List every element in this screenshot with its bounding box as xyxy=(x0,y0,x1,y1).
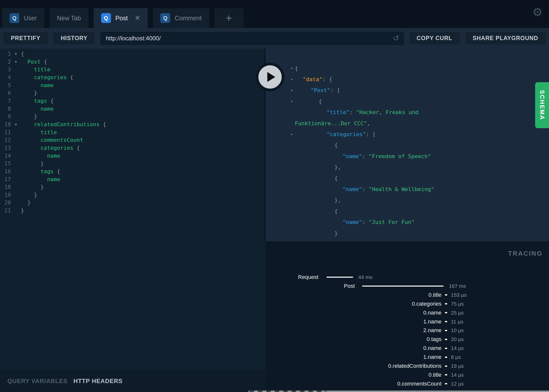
code-line: 3 title xyxy=(0,66,266,74)
response-row: ▾"Post": [ xyxy=(266,85,549,96)
trace-row: Request44 ms xyxy=(266,273,549,282)
line-number: 4 xyxy=(0,74,11,81)
fold-gutter xyxy=(11,113,21,121)
trace-row: 0.tags20 µs xyxy=(266,335,549,344)
endpoint-url-input[interactable] xyxy=(100,32,404,45)
close-tab-icon[interactable]: ✕ xyxy=(135,15,140,22)
trace-span-duration: 167 ms xyxy=(449,282,466,291)
trace-span-bar xyxy=(445,303,447,304)
scrollbar-smudge xyxy=(249,391,326,392)
response-row: } xyxy=(266,228,549,239)
code-text: } xyxy=(21,199,31,207)
code-text: } xyxy=(21,113,37,121)
line-number: 1 xyxy=(0,50,11,58)
line-number: 5 xyxy=(0,81,11,89)
code-line: 20 } xyxy=(0,199,266,207)
tracing-title[interactable]: TRACING xyxy=(508,250,543,257)
line-number: 19 xyxy=(0,191,11,199)
trace-span-duration: 8 µs xyxy=(451,353,461,362)
line-number: 17 xyxy=(0,175,11,183)
code-text: commentsCount xyxy=(21,136,83,144)
response-row: ] xyxy=(266,239,549,241)
response-text: "data": { xyxy=(295,76,332,82)
execute-query-button[interactable] xyxy=(256,63,284,91)
line-number: 20 xyxy=(0,199,11,207)
response-row: ▾"data": { xyxy=(266,74,549,85)
fold-gutter xyxy=(11,128,21,136)
query-editor-lines: 1▾{2▾ Post {3 title4 categories {5 name6… xyxy=(0,50,266,215)
response-viewer: ▾{▾"data": {▾"Post": [▾{"title": "Hacker… xyxy=(266,49,549,241)
line-number: 8 xyxy=(0,105,11,113)
share-playground-button[interactable]: SHARE PLAYGROUND xyxy=(465,32,546,45)
settings-gear-icon[interactable]: ⚙ xyxy=(532,6,543,18)
tab-comment[interactable]: QComment xyxy=(153,8,209,28)
code-text: } xyxy=(21,183,44,191)
code-line: 11 title xyxy=(0,128,266,136)
fold-arrow-icon[interactable]: ▾ xyxy=(11,58,21,66)
trace-span-label: 2.name xyxy=(423,326,441,335)
code-text: name xyxy=(21,175,60,183)
plus-icon: + xyxy=(226,12,232,24)
trace-span-label: 0.title xyxy=(428,291,441,299)
history-button[interactable]: HISTORY xyxy=(53,32,95,45)
tab-user[interactable]: QUser xyxy=(2,8,44,28)
tab-post[interactable]: QPost✕ xyxy=(94,8,148,28)
fold-gutter xyxy=(11,199,21,207)
trace-span-bar xyxy=(445,366,447,367)
copy-curl-button[interactable]: COPY CURL xyxy=(409,32,460,45)
schema-sidebar-tab[interactable]: SCHEMA xyxy=(535,82,549,128)
trace-span-label: 0.commentsCount xyxy=(397,379,441,388)
collapse-arrow-icon[interactable]: ▾ xyxy=(266,132,295,137)
fold-gutter xyxy=(11,168,21,175)
fold-gutter xyxy=(11,160,21,168)
trace-row: 0.relatedContributions19 µs xyxy=(266,362,549,370)
fold-arrow-icon[interactable]: ▾ xyxy=(11,50,21,58)
fold-arrow-icon[interactable]: ▾ xyxy=(11,121,21,128)
code-line: 19 } xyxy=(0,191,266,199)
response-row: "name": "Just For Fun" xyxy=(266,217,549,227)
code-text: } xyxy=(21,160,44,168)
line-number: 9 xyxy=(0,113,11,121)
tab-new-tab[interactable]: New Tab xyxy=(50,8,88,28)
reload-icon[interactable]: ↺ xyxy=(393,34,399,43)
code-text: } xyxy=(21,207,24,215)
code-line: 13 categories { xyxy=(0,144,266,152)
tab-label: Post xyxy=(115,15,128,22)
fold-gutter xyxy=(11,97,21,105)
code-text: relatedContributions { xyxy=(21,121,106,128)
trace-span-bar xyxy=(445,357,447,358)
query-variables-tab[interactable]: QUERY VARIABLES xyxy=(7,378,68,385)
trace-span-bar xyxy=(445,339,447,340)
query-editor[interactable]: 1▾{2▾ Post {3 title4 categories {5 name6… xyxy=(0,49,266,370)
trace-span-label: 0.categories xyxy=(412,299,441,308)
http-headers-tab[interactable]: HTTP HEADERS xyxy=(74,378,123,385)
fold-gutter xyxy=(11,152,21,160)
response-row: { xyxy=(266,173,549,184)
response-row: }, xyxy=(266,162,549,173)
new-tab-button[interactable]: + xyxy=(214,8,244,28)
response-text: { xyxy=(295,175,338,181)
line-number: 7 xyxy=(0,97,11,105)
fold-gutter xyxy=(11,183,21,191)
collapse-arrow-icon[interactable]: ▾ xyxy=(266,99,295,103)
trace-span-label: 1.name xyxy=(423,353,441,362)
fold-gutter xyxy=(11,207,21,215)
code-line: 16 tags { xyxy=(0,168,266,175)
fold-gutter xyxy=(11,175,21,183)
code-line: 7 tags { xyxy=(0,97,266,105)
line-number: 6 xyxy=(0,89,11,97)
response-text: }, xyxy=(295,197,341,203)
code-text: { xyxy=(21,50,24,58)
tabs-list: QUserNew TabQPost✕QComment xyxy=(2,8,209,28)
code-line: 12 commentsCount xyxy=(0,136,266,144)
fold-gutter xyxy=(11,74,21,81)
response-row: "title": "Hacker, Freaks und xyxy=(266,107,549,118)
response-text: "name": "Freedom of Speech" xyxy=(295,153,431,159)
trace-row: 0.title14 µs xyxy=(266,370,549,379)
trace-span-label: 0.title xyxy=(428,370,441,379)
prettify-button[interactable]: PRETTIFY xyxy=(3,32,48,45)
bottom-scrollbar[interactable] xyxy=(248,391,549,392)
trace-span-label: 1.name xyxy=(423,317,441,326)
query-badge-icon: Q xyxy=(9,13,19,23)
trace-span-duration: 75 µs xyxy=(451,299,464,308)
